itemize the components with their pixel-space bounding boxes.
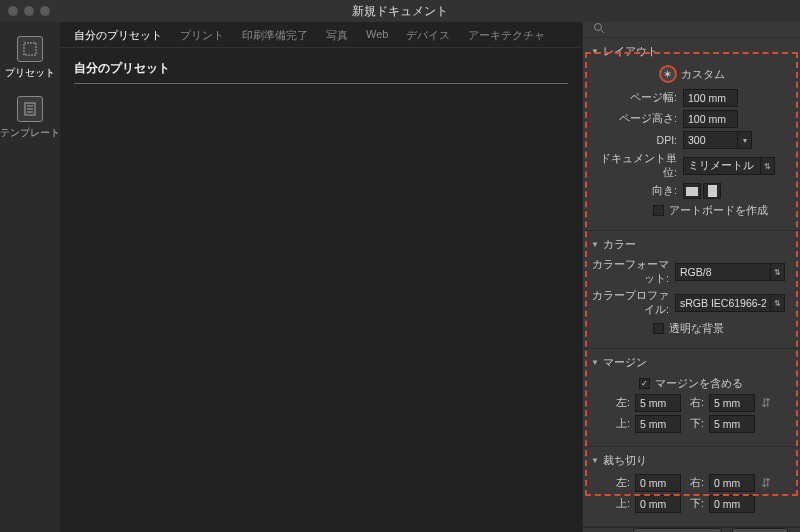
- tab-devices[interactable]: デバイス: [406, 28, 450, 43]
- section-header-layout[interactable]: ▼ レイアウト: [591, 44, 792, 59]
- margin-left-input[interactable]: [635, 394, 681, 412]
- settings-panel: ▼ レイアウト ✶ カスタム ページ幅: ページ高さ: DPI: ▾ ドキュメ: [582, 22, 800, 532]
- search-icon: [593, 22, 605, 37]
- section-title: 裁ち切り: [603, 453, 647, 468]
- custom-label: カスタム: [681, 67, 725, 82]
- link-margins-icon[interactable]: ⇵: [761, 396, 771, 410]
- sidebar-label: テンプレート: [0, 126, 60, 140]
- section-bleed: ▼ 裁ち切り 左: 右: ⇵ 上: 下:: [583, 447, 800, 527]
- section-title: レイアウト: [603, 44, 658, 59]
- sidebar-item-presets[interactable]: プリセット: [5, 36, 55, 80]
- transparent-bg-label: 透明な背景: [669, 321, 724, 336]
- margin-right-input[interactable]: [709, 394, 755, 412]
- custom-preset-icon[interactable]: ✶: [659, 65, 677, 83]
- create-button[interactable]: 作成: [732, 528, 788, 532]
- color-profile-select[interactable]: [675, 294, 771, 312]
- margin-bottom-label: 下:: [683, 417, 707, 431]
- disclosure-triangle-icon: ▼: [591, 47, 599, 56]
- orientation-landscape[interactable]: [683, 183, 701, 199]
- bleed-bottom-input[interactable]: [709, 495, 755, 513]
- section-header-bleed[interactable]: ▼ 裁ち切り: [591, 453, 792, 468]
- format-dropdown-icon[interactable]: ⇅: [771, 263, 785, 281]
- custom-preset-row: ✶ カスタム: [591, 65, 792, 83]
- dpi-dropdown-icon[interactable]: ▾: [738, 131, 752, 149]
- bleed-right-input[interactable]: [709, 474, 755, 492]
- margin-top-label: 上:: [609, 417, 633, 431]
- link-bleed-icon[interactable]: ⇵: [761, 476, 771, 490]
- doc-units-label: ドキュメント単位:: [591, 152, 683, 180]
- tab-print[interactable]: プリント: [180, 28, 224, 43]
- sidebar-item-templates[interactable]: テンプレート: [0, 96, 60, 140]
- doc-units-select[interactable]: [683, 157, 761, 175]
- preset-tabs: 自分のプリセット プリント 印刷準備完了 写真 Web デバイス アーキテクチャ: [60, 22, 582, 48]
- section-title: マージン: [603, 355, 647, 370]
- orientation-toggle: [683, 183, 721, 199]
- include-margins-label: マージンを含める: [655, 376, 743, 391]
- section-title: カラー: [603, 237, 636, 252]
- svg-rect-0: [24, 43, 36, 55]
- bleed-left-input[interactable]: [635, 474, 681, 492]
- content-heading: 自分のプリセット: [74, 60, 568, 77]
- color-format-label: カラーフォーマット:: [591, 258, 675, 286]
- left-sidebar: プリセット テンプレート: [0, 22, 60, 532]
- section-color: ▼ カラー カラーフォーマット: ⇅ カラープロファイル: ⇅ 透明な背景: [583, 231, 800, 349]
- tab-architecture[interactable]: アーキテクチャ: [468, 28, 545, 43]
- tab-photo[interactable]: 写真: [326, 28, 348, 43]
- create-artboard-checkbox[interactable]: [653, 205, 664, 216]
- main-area: 自分のプリセット プリント 印刷準備完了 写真 Web デバイス アーキテクチャ…: [60, 22, 582, 532]
- close-dot[interactable]: [8, 6, 18, 16]
- bleed-bottom-label: 下:: [683, 497, 707, 511]
- profile-dropdown-icon[interactable]: ⇅: [771, 294, 785, 312]
- transparent-bg-checkbox[interactable]: [653, 323, 664, 334]
- section-layout: ▼ レイアウト ✶ カスタム ページ幅: ページ高さ: DPI: ▾ ドキュメ: [583, 38, 800, 231]
- svg-line-6: [601, 30, 604, 33]
- min-dot[interactable]: [24, 6, 34, 16]
- margin-top-input[interactable]: [635, 415, 681, 433]
- margin-left-label: 左:: [609, 396, 633, 410]
- disclosure-triangle-icon: ▼: [591, 240, 599, 249]
- section-header-color[interactable]: ▼ カラー: [591, 237, 792, 252]
- include-margins-checkbox[interactable]: ✓: [639, 378, 650, 389]
- section-header-margins[interactable]: ▼ マージン: [591, 355, 792, 370]
- disclosure-triangle-icon: ▼: [591, 358, 599, 367]
- dpi-input[interactable]: [683, 131, 738, 149]
- page-height-input[interactable]: [683, 110, 738, 128]
- tab-web[interactable]: Web: [366, 28, 388, 43]
- margin-bottom-input[interactable]: [709, 415, 755, 433]
- presets-icon: [17, 36, 43, 62]
- templates-icon: [17, 96, 43, 122]
- traffic-lights: [8, 6, 50, 16]
- create-artboard-label: アートボードを作成: [669, 203, 768, 218]
- titlebar: 新規ドキュメント: [0, 0, 800, 22]
- color-format-select[interactable]: [675, 263, 771, 281]
- units-dropdown-icon[interactable]: ⇅: [761, 157, 775, 175]
- dpi-label: DPI:: [591, 134, 683, 146]
- bleed-left-label: 左:: [609, 476, 633, 490]
- orientation-label: 向き:: [591, 184, 683, 198]
- page-width-label: ページ幅:: [591, 91, 683, 105]
- bleed-right-label: 右:: [683, 476, 707, 490]
- margin-right-label: 右:: [683, 396, 707, 410]
- search-bar[interactable]: [583, 22, 800, 38]
- tab-my-presets[interactable]: 自分のプリセット: [74, 28, 162, 43]
- max-dot[interactable]: [40, 6, 50, 16]
- content-area: 自分のプリセット: [60, 48, 582, 96]
- section-margins: ▼ マージン ✓ マージンを含める 左: 右: ⇵ 上: 下:: [583, 349, 800, 447]
- sidebar-label: プリセット: [5, 66, 55, 80]
- content-divider: [74, 83, 568, 84]
- color-profile-label: カラープロファイル:: [591, 289, 675, 317]
- bleed-top-input[interactable]: [635, 495, 681, 513]
- orientation-portrait[interactable]: [703, 183, 721, 199]
- svg-point-5: [595, 24, 602, 31]
- disclosure-triangle-icon: ▼: [591, 456, 599, 465]
- page-width-input[interactable]: [683, 89, 738, 107]
- cancel-button[interactable]: キャンセル: [633, 528, 722, 532]
- dialog-footer: キャンセル 作成: [583, 527, 800, 532]
- page-height-label: ページ高さ:: [591, 112, 683, 126]
- tab-press-ready[interactable]: 印刷準備完了: [242, 28, 308, 43]
- bleed-top-label: 上:: [609, 497, 633, 511]
- window-title: 新規ドキュメント: [352, 3, 448, 20]
